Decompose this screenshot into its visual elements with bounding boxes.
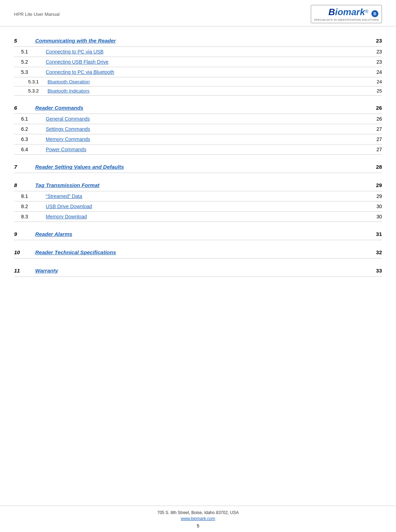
toc-page-5-3-2: 25 (368, 88, 382, 94)
toc-num-5: 5 (14, 38, 35, 44)
toc-page-10: 32 (368, 249, 382, 255)
toc-num-6-4: 6.4 (14, 147, 42, 152)
toc-page-8-3: 30 (368, 214, 382, 219)
toc-num-8-1: 8.1 (14, 193, 42, 199)
toc-title-6[interactable]: Reader Commands (35, 105, 368, 111)
logo-iomark: iomark (335, 7, 365, 17)
toc-title-5-3-1[interactable]: Bluetooth Operation (46, 79, 368, 84)
toc-row-5-3-2: 5.3.2 Bluetooth Indicators 25 (14, 86, 382, 96)
toc-page-6-4: 27 (368, 147, 382, 152)
toc-title-6-3[interactable]: Memory Commands (42, 136, 368, 142)
logo-subtitle: SPECIALISTS IN IDENTIFICATION SOLUTIONS (314, 18, 379, 21)
toc-num-6: 6 (14, 105, 35, 111)
toc-page-6-1: 26 (368, 116, 382, 122)
toc-row-7: 7 Reader Setting Values and Defaults 28 (14, 161, 382, 173)
toc-num-6-3: 6.3 (14, 136, 42, 142)
toc-num-8: 8 (14, 182, 35, 188)
toc-title-8-2[interactable]: USB Drive Download (42, 204, 368, 209)
toc-row-8-3: 8.3 Memory Download 30 (14, 212, 382, 222)
toc-num-8-2: 8.2 (14, 204, 42, 209)
svg-text:B: B (373, 12, 376, 16)
toc-title-11[interactable]: Warranty (35, 268, 368, 274)
logo-registered: ® (365, 9, 369, 14)
toc-title-8-3[interactable]: Memory Download (42, 214, 368, 219)
toc-page-7: 28 (368, 164, 382, 170)
logo-circle-icon: B (371, 10, 379, 18)
toc-title-9[interactable]: Reader Alarms (35, 231, 368, 237)
toc-page-11: 33 (368, 268, 382, 274)
toc-num-5-1: 5.1 (14, 49, 42, 55)
footer-url[interactable]: www.biomark.com (14, 516, 382, 521)
toc-row-6-2: 6.2 Settings Commands 27 (14, 124, 382, 134)
toc-title-8[interactable]: Tag Transmission Format (35, 182, 368, 188)
toc-num-6-1: 6.1 (14, 116, 42, 122)
toc-title-10[interactable]: Reader Technical Specifications (35, 249, 368, 255)
toc-row-10: 10 Reader Technical Specifications 32 (14, 246, 382, 258)
toc-row-6: 6 Reader Commands 26 (14, 102, 382, 114)
logo-text: B (328, 7, 335, 17)
page-header: HPR Lite User Manual Biomark® B SPECIALI… (0, 0, 396, 26)
toc-page-8: 29 (368, 182, 382, 188)
toc-title-5-3[interactable]: Connecting to PC via Bluetooth (42, 69, 368, 75)
toc-num-11: 11 (14, 268, 35, 274)
toc-page-8-2: 30 (368, 204, 382, 209)
page-wrapper: HPR Lite User Manual Biomark® B SPECIALI… (0, 0, 396, 532)
toc-page-6: 26 (368, 105, 382, 111)
footer-address: 705 S. 8th Street, Boise, Idaho 83702, U… (14, 510, 382, 515)
toc-page-5-1: 23 (368, 49, 382, 55)
toc-row-8: 8 Tag Transmission Format 29 (14, 179, 382, 191)
toc-title-5[interactable]: Communicating with the Reader (35, 38, 368, 44)
toc-page-5: 23 (368, 38, 382, 44)
toc-row-8-1: 8.1 “Streamed” Data 29 (14, 191, 382, 201)
logo: Biomark® B (328, 7, 379, 18)
toc-num-5-2: 5.2 (14, 59, 42, 65)
footer-page-number: 5 (14, 523, 382, 528)
toc-num-5-3: 5.3 (14, 69, 42, 75)
toc-title-6-4[interactable]: Power Commands (42, 147, 368, 152)
toc-num-7: 7 (14, 164, 35, 170)
toc-row-5-3: 5.3 Connecting to PC via Bluetooth 24 (14, 67, 382, 77)
toc-row-5: 5 Communicating with the Reader 23 (14, 35, 382, 47)
toc-row-6-4: 6.4 Power Commands 27 (14, 145, 382, 155)
toc-num-5-3-1: 5.3.1 (14, 79, 46, 84)
page-footer: 705 S. 8th Street, Boise, Idaho 83702, U… (0, 506, 396, 532)
toc-title-6-2[interactable]: Settings Commands (42, 126, 368, 132)
toc-title-5-2[interactable]: Connecting USB Flash Drive (42, 59, 368, 65)
toc-page-6-2: 27 (368, 126, 382, 132)
toc-row-9: 9 Reader Alarms 31 (14, 228, 382, 240)
toc-row-5-3-1: 5.3.1 Bluetooth Operation 24 (14, 77, 382, 86)
toc-title-5-1[interactable]: Connecting to PC via USB (42, 49, 368, 55)
logo-box: Biomark® B SPECIALISTS IN IDENTIFICATION… (311, 5, 382, 23)
toc-row-8-2: 8.2 USB Drive Download 30 (14, 201, 382, 212)
toc-page-6-3: 27 (368, 136, 382, 142)
toc-num-9: 9 (14, 231, 35, 237)
toc-num-5-3-2: 5.3.2 (14, 88, 46, 94)
toc-row-5-1: 5.1 Connecting to PC via USB 23 (14, 47, 382, 57)
toc-content: 5 Communicating with the Reader 23 5.1 C… (0, 26, 396, 395)
toc-row-5-2: 5.2 Connecting USB Flash Drive 23 (14, 57, 382, 67)
toc-page-8-1: 29 (368, 193, 382, 199)
toc-page-5-2: 23 (368, 59, 382, 65)
toc-title-8-1[interactable]: “Streamed” Data (42, 193, 368, 199)
toc-num-6-2: 6.2 (14, 126, 42, 132)
toc-title-6-1[interactable]: General Commands (42, 116, 368, 122)
toc-page-5-3: 24 (368, 69, 382, 75)
toc-title-5-3-2[interactable]: Bluetooth Indicators (46, 88, 368, 94)
toc-num-10: 10 (14, 249, 35, 255)
toc-row-11: 11 Warranty 33 (14, 265, 382, 277)
toc-title-7[interactable]: Reader Setting Values and Defaults (35, 164, 368, 170)
toc-row-6-1: 6.1 General Commands 26 (14, 114, 382, 124)
toc-row-6-3: 6.3 Memory Commands 27 (14, 134, 382, 145)
toc-num-8-3: 8.3 (14, 214, 42, 219)
manual-title: HPR Lite User Manual (14, 12, 59, 17)
toc-page-9: 31 (368, 231, 382, 237)
toc-page-5-3-1: 24 (368, 79, 382, 84)
